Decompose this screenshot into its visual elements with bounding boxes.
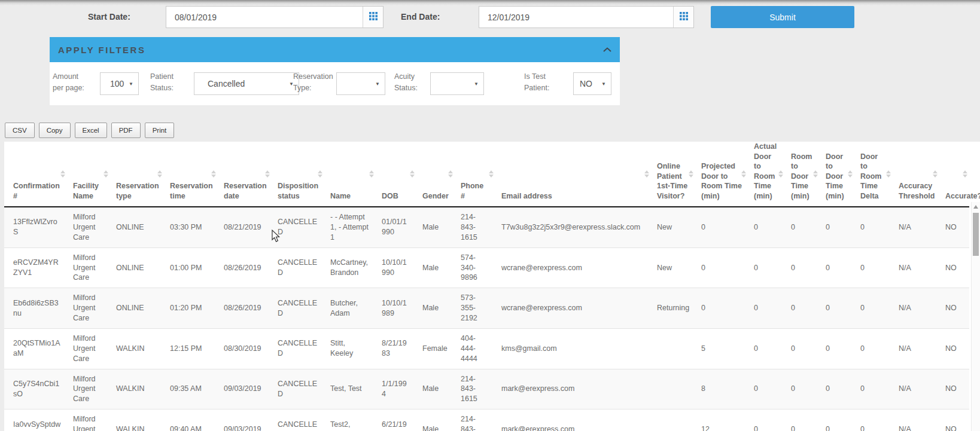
table-cell: 573-355-2192: [455, 288, 495, 329]
sort-icon[interactable]: [60, 170, 65, 178]
export-copy-button[interactable]: Copy: [39, 123, 71, 138]
table-row[interactable]: Eb6d8i6zSB3nuMilford Urgent CareONLINE01…: [4, 288, 969, 329]
sort-icon[interactable]: [813, 170, 818, 178]
table-cell: N/A: [893, 369, 939, 409]
export-excel-button[interactable]: Excel: [75, 123, 107, 138]
table-cell: N/A: [893, 247, 939, 288]
scrollbar-thumb[interactable]: [973, 213, 979, 256]
column-header-label: Accurate?: [945, 192, 980, 200]
reservation-type-select[interactable]: ▼: [336, 72, 385, 95]
end-date-calendar-button[interactable]: [673, 7, 693, 27]
amount-per-page-select[interactable]: 100 ▼: [100, 72, 139, 95]
export-print-button[interactable]: Print: [145, 123, 175, 138]
chevron-up-icon[interactable]: [603, 44, 611, 55]
table-cell: 0: [748, 247, 785, 288]
table-cell: NO: [939, 288, 969, 329]
scrollbar-up-button[interactable]: [972, 202, 980, 211]
start-date-input[interactable]: [166, 7, 363, 27]
table-cell: 0: [854, 328, 893, 369]
submit-button[interactable]: Submit: [711, 6, 854, 28]
sort-icon[interactable]: [265, 170, 270, 178]
column-header-12[interactable]: Projected Door to Room Time (min): [695, 142, 748, 207]
table-cell: 0: [854, 207, 893, 247]
table-row[interactable]: 20QtSTMio1AaMMilford Urgent CareWALKIN12…: [4, 328, 969, 369]
column-header-13[interactable]: Actual Door to Room Time (min): [748, 142, 785, 207]
sort-icon[interactable]: [778, 170, 783, 178]
column-header-7[interactable]: DOB: [376, 142, 416, 207]
patient-status-select[interactable]: Cancelled ▼: [194, 72, 299, 95]
sort-icon[interactable]: [848, 170, 853, 178]
table-row[interactable]: eRCVZM4YRZYV1Milford Urgent CareONLINE01…: [4, 247, 969, 288]
sort-icon[interactable]: [963, 170, 967, 178]
table-cell: Milford Urgent Care: [67, 247, 110, 288]
acuity-status-label: Acuity Status:: [394, 71, 427, 94]
sort-icon[interactable]: [933, 170, 938, 178]
table-cell: 214-843-1615: [455, 409, 495, 431]
column-header-10[interactable]: Email address: [495, 142, 651, 207]
table-cell: 0: [820, 409, 854, 431]
table-cell: 0: [748, 409, 785, 431]
table-cell: 8: [695, 369, 748, 409]
apply-filters-header[interactable]: APPLY FILTERS: [50, 37, 620, 62]
acuity-status-select[interactable]: ▼: [430, 72, 484, 95]
table-cell: N/A: [893, 207, 939, 247]
table-cell: wcrane@erexpress.com: [495, 247, 651, 288]
table-cell: 0: [785, 207, 820, 247]
column-header-3[interactable]: Reservation time: [164, 142, 218, 207]
column-header-2[interactable]: Reservation type: [110, 142, 164, 207]
column-header-label: Accuracy Threshold: [899, 182, 935, 200]
sort-icon[interactable]: [318, 170, 322, 178]
column-header-1[interactable]: Facility Name: [67, 142, 110, 207]
column-header-18[interactable]: Accurate?: [939, 142, 969, 207]
table-row[interactable]: Ia0vvSySptdwdMilford Urgent CareWALKIN09…: [4, 409, 969, 431]
sort-icon[interactable]: [448, 170, 453, 178]
table-scrollbar[interactable]: [971, 202, 980, 431]
table-cell: 08/30/2019: [218, 328, 272, 369]
table-cell: Male: [416, 207, 455, 247]
sort-icon[interactable]: [886, 170, 891, 178]
column-header-5[interactable]: Disposition status: [272, 142, 324, 207]
amount-per-page-value: 100: [110, 79, 124, 88]
column-header-9[interactable]: Phone #: [455, 142, 495, 207]
table-row[interactable]: 13FflzWlZvroSMilford Urgent CareONLINE03…: [4, 207, 969, 247]
column-header-17[interactable]: Accuracy Threshold: [893, 142, 939, 207]
table-cell: 01:20 PM: [164, 288, 218, 329]
table-row[interactable]: C5y7S4nCbi1sOMilford Urgent CareWALKIN09…: [4, 369, 969, 409]
column-header-8[interactable]: Gender: [416, 142, 455, 207]
export-pdf-button[interactable]: PDF: [111, 123, 141, 138]
sort-icon[interactable]: [369, 170, 374, 178]
sort-icon[interactable]: [489, 170, 494, 178]
sort-icon[interactable]: [741, 170, 746, 178]
table-cell: 0: [785, 247, 820, 288]
sort-icon[interactable]: [157, 170, 162, 178]
start-date-calendar-button[interactable]: [363, 7, 383, 27]
column-header-4[interactable]: Reservation date: [218, 142, 272, 207]
end-date-group: [479, 6, 694, 28]
sort-icon[interactable]: [644, 170, 649, 178]
sort-icon[interactable]: [104, 170, 108, 178]
table-cell: 0: [854, 409, 893, 431]
export-csv-button[interactable]: CSV: [5, 123, 35, 138]
end-date-label: End Date:: [401, 12, 440, 22]
column-header-14[interactable]: Room to Door Time (min): [785, 142, 820, 207]
column-header-0[interactable]: Confirmation #: [4, 142, 67, 207]
table-cell: [651, 328, 695, 369]
apply-filters-body: Amount per page: 100 ▼ Patient Status: C…: [50, 62, 620, 105]
table-cell: 8/21/1983: [376, 328, 416, 369]
column-header-6[interactable]: Name: [324, 142, 376, 207]
sort-icon[interactable]: [410, 170, 415, 178]
table-cell: 574-340-9896: [455, 247, 495, 288]
column-header-16[interactable]: Door to Room Time Delta: [854, 142, 893, 207]
column-header-15[interactable]: Door to Door Time (min): [820, 142, 854, 207]
sort-icon[interactable]: [689, 170, 693, 178]
table-cell: [651, 409, 695, 431]
is-test-patient-select[interactable]: NO ▼: [573, 72, 611, 95]
end-date-input[interactable]: [479, 7, 673, 27]
sort-icon[interactable]: [211, 170, 216, 178]
column-header-label: Gender: [422, 192, 449, 200]
table-cell: 09:35 AM: [164, 369, 218, 409]
column-header-11[interactable]: Online Patient 1st-Time Visitor?: [651, 142, 695, 207]
column-header-label: Reservation type: [116, 182, 159, 200]
table-cell: 01:00 PM: [164, 247, 218, 288]
table-cell: Returning: [651, 288, 695, 329]
